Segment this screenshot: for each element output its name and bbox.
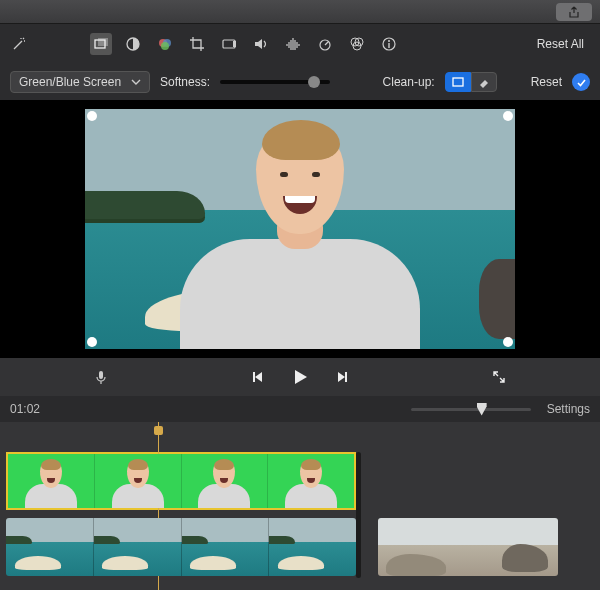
overlay-icon	[93, 36, 109, 52]
info-tab[interactable]	[378, 33, 400, 55]
crop-tab[interactable]	[186, 33, 208, 55]
timecode-display: 01:02	[10, 402, 40, 416]
crop-handle-bl[interactable]	[87, 337, 97, 347]
skip-forward-icon	[334, 369, 350, 385]
stabilization-icon	[221, 36, 237, 52]
zoom-thumb[interactable]	[477, 403, 487, 416]
overlay-frame	[94, 454, 181, 508]
overlay-frame	[181, 454, 268, 508]
microphone-icon	[93, 369, 109, 385]
preview-viewer	[0, 100, 600, 358]
crop-handle-br[interactable]	[503, 337, 513, 347]
share-button[interactable]	[556, 3, 592, 21]
svg-rect-1	[98, 38, 108, 46]
fullscreen-button[interactable]	[488, 366, 510, 388]
skip-forward-button[interactable]	[331, 366, 353, 388]
cleanup-erase-button[interactable]	[471, 72, 497, 92]
color-balance-tab[interactable]	[122, 33, 144, 55]
overlay-mode-value: Green/Blue Screen	[19, 75, 121, 89]
svg-point-13	[388, 40, 390, 42]
info-icon	[381, 36, 397, 52]
crop-handle-tr[interactable]	[503, 111, 513, 121]
filter-tab[interactable]	[346, 33, 368, 55]
svg-rect-17	[253, 372, 255, 382]
play-icon	[291, 368, 309, 386]
record-voiceover-button[interactable]	[90, 366, 112, 388]
overlay-clip-selected[interactable]	[6, 452, 356, 510]
skip-back-button[interactable]	[247, 366, 269, 388]
volume-tab[interactable]	[250, 33, 272, 55]
volume-icon	[253, 36, 269, 52]
auto-enhance-button[interactable]	[8, 33, 30, 55]
crop-rect-icon	[451, 75, 465, 89]
crop-icon	[189, 36, 205, 52]
svg-rect-7	[233, 41, 236, 47]
subject-person	[180, 139, 420, 349]
timeline-header: 01:02 Settings	[0, 396, 600, 422]
overlay-controls-row: Green/Blue Screen Softness: Clean-up: Re…	[0, 64, 600, 100]
svg-rect-15	[453, 78, 463, 86]
softness-thumb[interactable]	[308, 76, 320, 88]
crop-handle-tl[interactable]	[87, 111, 97, 121]
timeline-zoom-slider[interactable]	[411, 408, 531, 411]
speed-tab[interactable]	[314, 33, 336, 55]
clip-frame	[6, 518, 93, 576]
check-icon	[576, 77, 587, 88]
eraser-icon	[477, 75, 491, 89]
main-clip-b[interactable]	[378, 518, 558, 576]
wand-icon	[11, 36, 27, 52]
clip-edge-handle[interactable]	[356, 452, 361, 578]
expand-icon	[492, 370, 506, 384]
overlay-mode-dropdown[interactable]: Green/Blue Screen	[10, 71, 150, 93]
skip-back-icon	[250, 369, 266, 385]
timeline[interactable]	[0, 422, 600, 590]
color-filter-icon	[349, 36, 365, 52]
svg-rect-14	[388, 43, 389, 48]
svg-rect-18	[345, 372, 347, 382]
reset-button[interactable]: Reset	[531, 75, 562, 89]
softness-label: Softness:	[160, 75, 210, 89]
svg-point-5	[161, 42, 169, 50]
noise-reduction-tab[interactable]	[282, 33, 304, 55]
apply-check-button[interactable]	[572, 73, 590, 91]
clip-frame	[181, 518, 269, 576]
color-correction-icon	[157, 36, 173, 52]
svg-rect-16	[99, 371, 103, 379]
overlay-frame	[267, 454, 354, 508]
cleanup-label: Clean-up:	[383, 75, 435, 89]
overlay-frame	[8, 454, 94, 508]
clip-frame	[93, 518, 181, 576]
timeline-settings-button[interactable]: Settings	[547, 402, 590, 416]
share-icon	[568, 6, 580, 18]
inspector-toolbar: Reset All	[0, 24, 600, 64]
cleanup-crop-button[interactable]	[445, 72, 471, 92]
chevron-down-icon	[131, 77, 141, 87]
play-button[interactable]	[289, 366, 311, 388]
preview-frame[interactable]	[85, 109, 515, 349]
reset-all-button[interactable]: Reset All	[529, 37, 592, 51]
speed-icon	[317, 36, 333, 52]
transport-bar	[0, 358, 600, 396]
cleanup-tool-group	[445, 72, 497, 92]
window-titlebar	[0, 0, 600, 24]
background-rock-right	[479, 259, 515, 339]
clip-frame	[268, 518, 356, 576]
noise-reduction-icon	[285, 36, 301, 52]
video-overlay-tab[interactable]	[90, 33, 112, 55]
softness-slider[interactable]	[220, 80, 330, 84]
color-balance-icon	[125, 36, 141, 52]
color-correction-tab[interactable]	[154, 33, 176, 55]
main-clip-a[interactable]	[6, 518, 356, 576]
stabilization-tab[interactable]	[218, 33, 240, 55]
